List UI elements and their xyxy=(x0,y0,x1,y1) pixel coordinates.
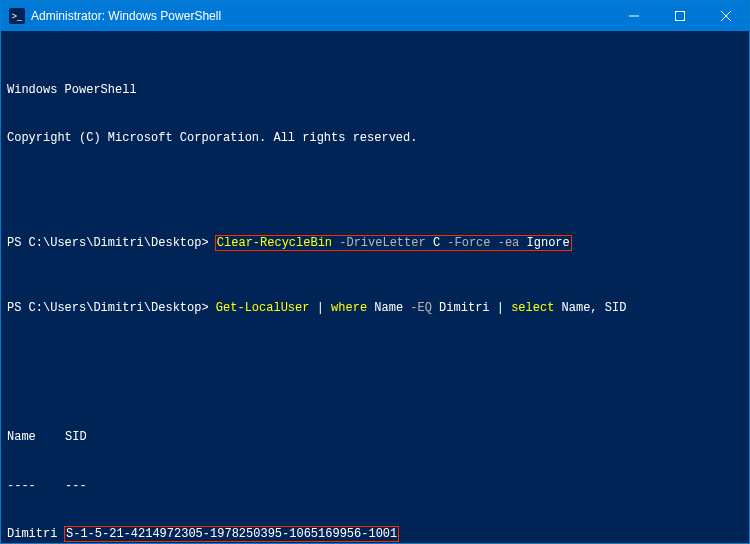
close-button[interactable] xyxy=(703,1,749,31)
powershell-icon: >_ xyxy=(9,8,25,24)
terminal-output[interactable]: Windows PowerShell Copyright (C) Microso… xyxy=(1,31,749,544)
table-row: DimitriS-1-5-21-4214972305-1978250395-10… xyxy=(7,526,743,542)
window-title: Administrator: Windows PowerShell xyxy=(31,8,221,24)
table-header-rule: ------- xyxy=(7,478,743,494)
highlight-box: Clear-RecycleBin -DriveLetter C -Force -… xyxy=(215,235,572,251)
prompt-line: PS C:\Users\Dimitri\Desktop> Clear-Recyc… xyxy=(7,235,743,251)
minimize-button[interactable] xyxy=(611,1,657,31)
window-titlebar: >_ Administrator: Windows PowerShell xyxy=(1,1,749,31)
banner-line: Copyright (C) Microsoft Corporation. All… xyxy=(7,130,743,146)
maximize-button[interactable] xyxy=(657,1,703,31)
highlight-box: S-1-5-21-4214972305-1978250395-106516995… xyxy=(64,526,399,542)
table-header: NameSID xyxy=(7,429,743,445)
svg-rect-0 xyxy=(676,12,685,21)
prompt-line: PS C:\Users\Dimitri\Desktop> Get-LocalUs… xyxy=(7,300,743,316)
banner-line: Windows PowerShell xyxy=(7,82,743,98)
